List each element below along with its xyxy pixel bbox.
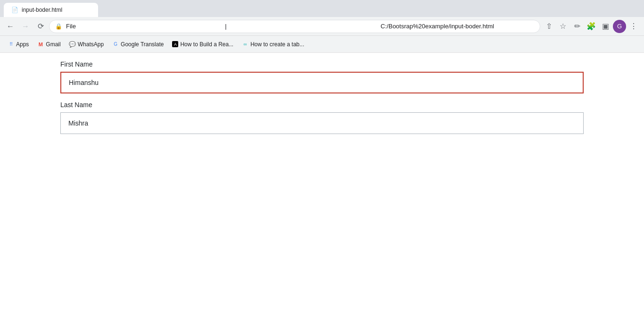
tab-favicon: 📄	[11, 7, 18, 13]
first-name-input[interactable]	[60, 72, 584, 93]
avatar[interactable]: G	[613, 20, 626, 33]
address-bar[interactable]: 🔒 File | C:/Bootsrap%20example/input-bod…	[49, 20, 540, 33]
bookmark-how-to-create-label: How to create a tab...	[250, 41, 304, 48]
layout-button[interactable]: ▣	[599, 20, 612, 33]
how-to-create-icon: ∞	[242, 41, 248, 48]
bookmark-whatsapp[interactable]: 💬 WhatsApp	[66, 39, 107, 50]
bookmark-google-translate[interactable]: G Google Translate	[108, 39, 167, 50]
bookmark-google-translate-label: Google Translate	[121, 41, 164, 48]
first-name-label: First Name	[60, 60, 584, 68]
bookmark-whatsapp-label: WhatsApp	[78, 41, 104, 48]
google-translate-icon: G	[112, 41, 119, 48]
tab-bar: 📄 input-boder.html	[0, 0, 644, 17]
url-path: C:/Bootsrap%20example/input-boder.html	[380, 23, 534, 30]
extensions-button[interactable]: 🧩	[585, 20, 598, 33]
browser-window: 📄 input-boder.html ← → ⟳ 🔒 File | C:/Boo…	[0, 0, 644, 328]
url-protocol: File	[66, 23, 220, 30]
bookmark-gmail[interactable]: M Gmail	[33, 39, 64, 50]
page-content: First Name Last Name	[0, 53, 644, 328]
menu-button[interactable]: ⋮	[627, 20, 640, 33]
forward-button[interactable]: →	[19, 20, 32, 33]
last-name-input[interactable]	[60, 112, 584, 134]
tab-title: input-boder.html	[22, 7, 62, 13]
apps-icon: ⠿	[8, 41, 14, 48]
first-name-group: First Name	[60, 60, 584, 93]
reload-button[interactable]: ⟳	[34, 20, 47, 33]
last-name-group: Last Name	[60, 101, 584, 134]
gmail-icon: M	[37, 41, 44, 48]
active-tab[interactable]: 📄 input-boder.html	[4, 3, 98, 17]
bookmarks-bar: ⠿ Apps M Gmail 💬 WhatsApp G Google Trans…	[0, 36, 644, 53]
nav-bar: ← → ⟳ 🔒 File | C:/Bootsrap%20example/inp…	[0, 17, 644, 36]
how-to-build-icon: A	[172, 41, 178, 47]
bookmark-gmail-label: Gmail	[46, 41, 60, 48]
share-button[interactable]: ⇧	[542, 20, 555, 33]
lock-icon: 🔒	[55, 23, 62, 30]
bookmark-apps[interactable]: ⠿ Apps	[4, 39, 33, 50]
url-separator: |	[223, 23, 377, 30]
edit-button[interactable]: ✏	[570, 20, 584, 33]
bookmark-apps-label: Apps	[16, 41, 29, 48]
bookmark-how-to-build[interactable]: A How to Build a Rea...	[168, 39, 237, 50]
bookmark-how-to-create[interactable]: ∞ How to create a tab...	[238, 39, 308, 50]
bookmark-button[interactable]: ☆	[556, 20, 570, 33]
nav-actions: ⇧ ☆ ✏ 🧩 ▣ G ⋮	[542, 20, 640, 33]
last-name-label: Last Name	[60, 101, 584, 109]
whatsapp-icon: 💬	[69, 41, 76, 48]
back-button[interactable]: ←	[4, 20, 17, 33]
bookmark-how-to-build-label: How to Build a Rea...	[180, 41, 233, 48]
